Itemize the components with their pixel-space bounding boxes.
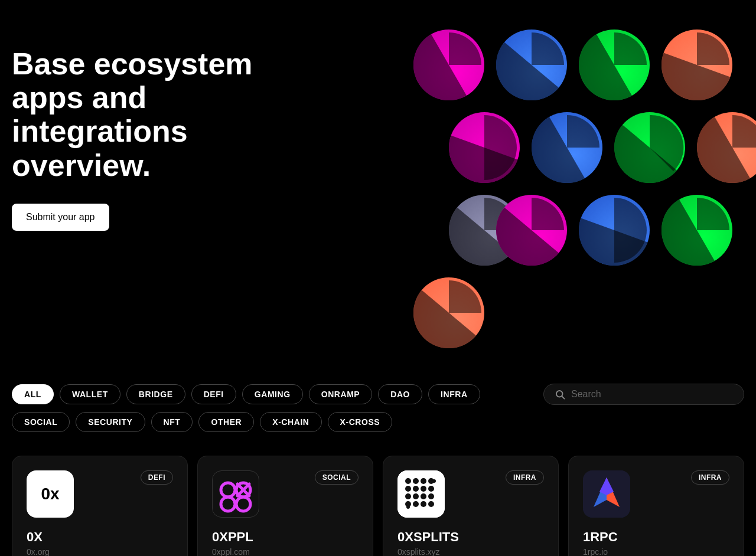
pie-circle-13 bbox=[413, 277, 484, 348]
svg-point-19 bbox=[413, 493, 419, 499]
pie-circle-2 bbox=[496, 30, 567, 100]
filter-other[interactable]: OTHER bbox=[198, 412, 254, 432]
filter-section: ALL WALLET BRIDGE DEFI GAMING ONRAMP DAO… bbox=[0, 366, 756, 438]
svg-point-18 bbox=[405, 493, 411, 499]
logo-0xppl bbox=[212, 470, 259, 518]
card-header-1rpc: INFRA bbox=[583, 470, 729, 518]
svg-point-5 bbox=[236, 497, 250, 511]
card-header-0xsplits: INFRA bbox=[397, 470, 544, 518]
logo-0x: 0x bbox=[27, 470, 74, 518]
card-0xsplits[interactable]: INFRA 0XSPLITS 0xsplits.xyz Splits is a … bbox=[383, 456, 559, 556]
filter-gaming[interactable]: GAMING bbox=[242, 384, 303, 404]
search-input[interactable] bbox=[571, 389, 733, 400]
pie-circle-1 bbox=[413, 30, 484, 100]
card-header-0xppl: SOCIAL bbox=[212, 470, 359, 518]
filter-nft[interactable]: NFT bbox=[151, 412, 193, 432]
filter-social[interactable]: SOCIAL bbox=[12, 412, 70, 432]
filter-defi[interactable]: DEFI bbox=[191, 384, 236, 404]
pie-circle-5 bbox=[449, 112, 520, 183]
submit-app-button[interactable]: Submit your app bbox=[12, 204, 109, 231]
svg-point-4 bbox=[221, 497, 235, 511]
filter-onramp[interactable]: ONRAMP bbox=[309, 384, 373, 404]
badge-0xsplits: INFRA bbox=[506, 470, 544, 485]
svg-point-16 bbox=[421, 486, 426, 492]
badge-0xppl: SOCIAL bbox=[315, 470, 359, 485]
card-url-0xppl: 0xppl.com bbox=[212, 547, 359, 556]
card-name-0x: 0X bbox=[27, 529, 173, 545]
logo-1rpc bbox=[583, 470, 630, 518]
filter-xcross[interactable]: X-CROSS bbox=[328, 412, 393, 432]
search-bar bbox=[543, 384, 744, 405]
filter-row-2: SOCIAL SECURITY NFT OTHER X-CHAIN X-CROS… bbox=[12, 412, 744, 432]
card-name-1rpc: 1RPC bbox=[583, 529, 729, 545]
svg-line-1 bbox=[562, 396, 564, 398]
filter-wallet[interactable]: WALLET bbox=[60, 384, 120, 404]
hero-title: Base ecosystem apps and integrations ove… bbox=[12, 47, 319, 182]
svg-point-25 bbox=[428, 501, 434, 507]
pie-chart-grid bbox=[413, 24, 744, 354]
badge-1rpc: INFRA bbox=[691, 470, 729, 485]
filter-all[interactable]: ALL bbox=[12, 384, 54, 404]
hero-section: Base ecosystem apps and integrations ove… bbox=[0, 0, 756, 366]
pie-circle-3 bbox=[579, 30, 650, 100]
search-icon bbox=[555, 389, 565, 400]
svg-point-9 bbox=[405, 478, 411, 484]
pie-circle-4 bbox=[662, 30, 732, 100]
card-name-0xsplits: 0XSPLITS bbox=[397, 529, 544, 545]
svg-point-2 bbox=[221, 483, 235, 497]
filter-security[interactable]: SECURITY bbox=[76, 412, 145, 432]
card-url-1rpc: 1rpc.io bbox=[583, 547, 729, 556]
card-0x[interactable]: 0x DEFI 0X 0x.org Your one stop shop to … bbox=[12, 456, 188, 556]
svg-point-13 bbox=[432, 479, 436, 483]
pie-circle-6 bbox=[532, 112, 602, 183]
svg-point-10 bbox=[413, 478, 419, 484]
pie-circle-11 bbox=[579, 195, 650, 266]
filter-infra[interactable]: INFRA bbox=[428, 384, 480, 404]
logo-0xsplits bbox=[397, 470, 445, 518]
card-0xppl[interactable]: SOCIAL 0XPPL 0xppl.com 0xPPL is a web3 s… bbox=[197, 456, 373, 556]
filter-dao[interactable]: DAO bbox=[378, 384, 422, 404]
filter-bridge[interactable]: BRIDGE bbox=[126, 384, 185, 404]
card-1rpc[interactable]: INFRA 1RPC 1rpc.io 1RPC is a private RPC… bbox=[568, 456, 744, 556]
hero-left: Base ecosystem apps and integrations ove… bbox=[12, 24, 319, 231]
pie-circle-7 bbox=[614, 112, 685, 183]
svg-rect-8 bbox=[397, 470, 445, 518]
card-name-0xppl: 0XPPL bbox=[212, 529, 359, 545]
svg-point-20 bbox=[421, 493, 426, 499]
badge-0x: DEFI bbox=[141, 470, 173, 485]
svg-rect-32 bbox=[594, 507, 620, 511]
svg-point-26 bbox=[406, 505, 410, 509]
svg-point-21 bbox=[428, 493, 434, 499]
pie-circle-10 bbox=[496, 195, 567, 266]
svg-point-23 bbox=[413, 501, 419, 507]
filter-xchain[interactable]: X-CHAIN bbox=[260, 412, 321, 432]
card-url-0xsplits: 0xsplits.xyz bbox=[397, 547, 544, 556]
pie-circle-12 bbox=[662, 195, 732, 266]
svg-point-11 bbox=[421, 478, 426, 484]
pie-circle-8 bbox=[697, 112, 756, 183]
card-url-0x: 0x.org bbox=[27, 547, 173, 556]
svg-point-14 bbox=[405, 486, 411, 492]
svg-point-17 bbox=[428, 486, 434, 492]
svg-point-15 bbox=[413, 486, 419, 492]
svg-point-24 bbox=[421, 501, 426, 507]
filter-row-1: ALL WALLET BRIDGE DEFI GAMING ONRAMP DAO… bbox=[12, 384, 744, 405]
cards-section: 0x DEFI 0X 0x.org Your one stop shop to … bbox=[0, 438, 756, 556]
card-header-0x: 0x DEFI bbox=[27, 470, 173, 518]
